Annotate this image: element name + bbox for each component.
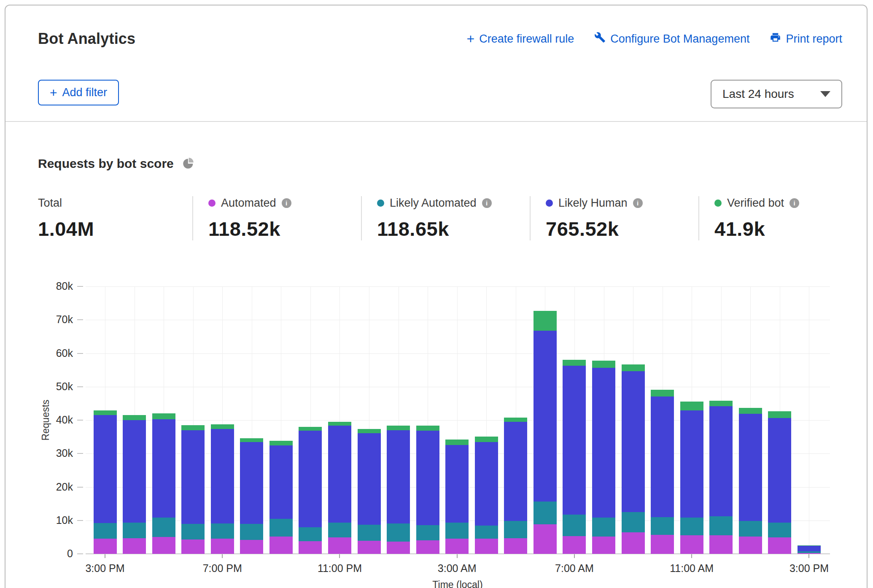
- bar-segment-likely-human: [416, 431, 439, 525]
- bar-segment-automated: [475, 539, 498, 554]
- bar-500am[interactable]: [504, 418, 527, 554]
- bar-segment-likely-automated: [622, 512, 645, 532]
- stat-automated-value: 118.52k: [208, 217, 361, 240]
- bar-segment-likely-automated: [358, 525, 381, 541]
- bar-segment-verified-bot: [622, 364, 645, 371]
- gridline-horizontal: [86, 320, 830, 320]
- bar-segment-likely-automated: [798, 551, 821, 553]
- y-tick-label: 40k: [31, 414, 73, 426]
- bar-segment-likely-automated: [768, 523, 791, 538]
- bar-700pm[interactable]: [211, 424, 234, 554]
- bar-segment-likely-human: [445, 445, 469, 523]
- y-tick-label: 10k: [31, 514, 73, 526]
- bar-300pm[interactable]: [94, 410, 117, 554]
- x-tick-label: 7:00 AM: [536, 562, 612, 575]
- bar-segment-automated: [211, 539, 234, 554]
- bar-segment-verified-bot: [504, 418, 527, 422]
- bar-300pm[interactable]: [798, 545, 821, 554]
- bar-300am[interactable]: [445, 440, 469, 554]
- bar-segment-likely-automated: [269, 519, 293, 537]
- configure-bot-management-link[interactable]: Configure Bot Management: [594, 32, 749, 46]
- bar-segment-likely-human: [768, 418, 791, 522]
- bar-segment-automated: [563, 536, 586, 554]
- bar-1200am[interactable]: [358, 429, 381, 554]
- bar-segment-likely-automated: [152, 518, 175, 537]
- bar-segment-likely-human: [211, 429, 234, 523]
- y-tick-label: 60k: [31, 347, 73, 359]
- verified-bot-legend-dot: [714, 200, 722, 207]
- bar-600am[interactable]: [534, 311, 557, 554]
- bar-100pm[interactable]: [739, 408, 762, 554]
- bar-700am[interactable]: [563, 360, 586, 554]
- stat-likely-human: Likely Human 765.52k: [530, 196, 698, 240]
- automated-legend-dot: [208, 200, 216, 207]
- bar-segment-likely-automated: [416, 525, 439, 540]
- bar-900pm[interactable]: [269, 441, 293, 554]
- bar-segment-likely-automated: [739, 521, 762, 536]
- info-icon[interactable]: [282, 198, 291, 208]
- bar-900am[interactable]: [622, 364, 645, 554]
- header: Bot Analytics + Create firewall rule Con…: [38, 30, 842, 48]
- bar-200pm[interactable]: [768, 411, 791, 554]
- bar-400am[interactable]: [475, 437, 498, 554]
- bar-segment-automated: [445, 539, 469, 554]
- bar-200am[interactable]: [416, 426, 439, 554]
- bar-1100pm[interactable]: [328, 422, 351, 554]
- y-tick-mark: [77, 487, 83, 488]
- bar-segment-verified-bot: [739, 408, 762, 414]
- stat-likely-automated: Likely Automated 118.65k: [361, 196, 530, 240]
- stat-verified-bot: Verified bot 41.9k: [698, 196, 867, 240]
- stat-likely-human-value: 765.52k: [546, 217, 698, 240]
- bar-segment-likely-automated: [651, 517, 674, 535]
- bar-1000am[interactable]: [651, 390, 674, 554]
- bar-segment-verified-bot: [181, 425, 205, 430]
- bar-segment-automated: [358, 541, 381, 554]
- info-icon[interactable]: [633, 198, 643, 208]
- bar-400pm[interactable]: [123, 415, 146, 554]
- time-range-value: Last 24 hours: [722, 87, 794, 101]
- configure-bot-management-label: Configure Bot Management: [610, 32, 749, 46]
- bar-segment-automated: [123, 538, 146, 554]
- y-tick-label: 20k: [31, 481, 73, 493]
- bar-segment-likely-automated: [387, 523, 410, 542]
- print-report-link[interactable]: Print report: [770, 32, 842, 46]
- bar-100am[interactable]: [387, 426, 410, 554]
- bar-1100am[interactable]: [680, 402, 703, 554]
- stat-likely-automated-label: Likely Automated: [390, 197, 477, 210]
- section-title: Requests by bot score: [38, 156, 174, 171]
- bar-segment-automated: [240, 540, 263, 554]
- bar-800am[interactable]: [592, 361, 615, 554]
- x-tick-mark: [574, 554, 575, 558]
- x-tick-label: 11:00 AM: [654, 562, 730, 575]
- bar-segment-likely-automated: [563, 515, 586, 536]
- bar-segment-likely-human: [181, 430, 205, 524]
- info-icon[interactable]: [482, 198, 492, 208]
- bar-segment-likely-automated: [299, 527, 322, 541]
- bar-segment-likely-human: [299, 431, 322, 527]
- bar-segment-verified-bot: [798, 545, 821, 546]
- create-firewall-rule-link[interactable]: + Create firewall rule: [466, 32, 574, 46]
- stat-automated: Automated 118.52k: [192, 196, 361, 240]
- bar-1000pm[interactable]: [299, 427, 322, 554]
- bar-segment-verified-bot: [152, 413, 175, 419]
- pie-chart-icon: [182, 157, 195, 170]
- x-tick-mark: [105, 554, 105, 558]
- y-tick-mark: [77, 520, 83, 521]
- time-range-select[interactable]: Last 24 hours: [711, 80, 842, 108]
- x-tick-mark: [808, 554, 809, 558]
- bar-1200pm[interactable]: [709, 401, 733, 554]
- bar-500pm[interactable]: [152, 413, 175, 554]
- info-icon[interactable]: [789, 198, 799, 208]
- bar-600pm[interactable]: [181, 425, 205, 554]
- filter-row: + Add filter Last 24 hours: [38, 80, 842, 108]
- bar-segment-automated: [534, 524, 557, 554]
- add-filter-button[interactable]: + Add filter: [38, 80, 119, 105]
- x-tick-label: 7:00 PM: [184, 562, 260, 575]
- bar-800pm[interactable]: [240, 438, 263, 554]
- header-actions: + Create firewall rule Configure Bot Man…: [466, 32, 842, 46]
- stat-likely-human-label: Likely Human: [558, 197, 628, 210]
- bot-analytics-card: Bot Analytics + Create firewall rule Con…: [5, 5, 868, 588]
- bar-segment-likely-automated: [240, 524, 263, 540]
- bar-segment-verified-bot: [651, 390, 674, 396]
- bar-segment-likely-human: [94, 415, 117, 523]
